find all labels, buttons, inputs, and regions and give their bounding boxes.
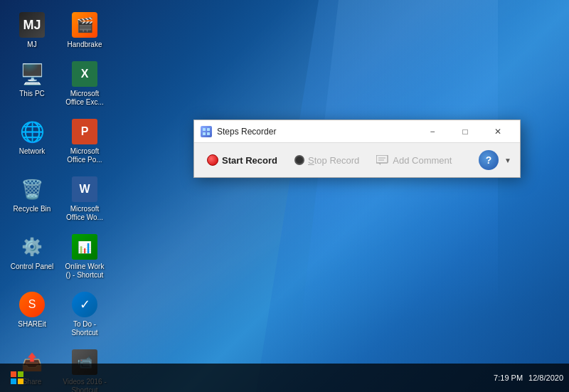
todo-icon: ✓ [71, 291, 98, 318]
icon-row-5: ⚙️ Control Panel 📊 Online Work () - Shor… [7, 229, 110, 284]
desktop-icon-word[interactable]: W Microsoft Office Wo... [60, 171, 110, 226]
desktop-icon-shareit[interactable]: S SHAREit [7, 287, 57, 341]
minimize-button[interactable]: − [416, 120, 449, 143]
comment-icon [376, 155, 389, 166]
taskbar: 7:19 PM 12/8/2020 [0, 364, 569, 392]
svg-rect-4 [376, 155, 388, 163]
svg-rect-3 [207, 132, 210, 135]
desktop-icon-online-work[interactable]: 📊 Online Work () - Shortcut [60, 229, 110, 284]
window-toolbar: Start Record Stop Record Add Comment ? ▼ [194, 143, 520, 177]
recycle-label: Recycle Bin [14, 205, 51, 213]
powerpoint-label: Microsoft Office Po... [63, 147, 107, 164]
desktop-icon-excel[interactable]: X Microsoft Office Exc... [60, 56, 110, 111]
desktop-icon-recycle[interactable]: 🗑️ Recycle Bin [7, 171, 57, 226]
todo-label: To Do - Shortcut [63, 320, 107, 337]
svg-rect-0 [203, 128, 206, 131]
window-titlebar: Steps Recorder − □ ✕ [194, 120, 520, 143]
icon-row-6: S SHAREit ✓ To Do - Shortcut [7, 287, 110, 341]
thispc-icon: 🖥️ [18, 60, 46, 88]
dropdown-button[interactable]: ▼ [501, 150, 514, 170]
steps-recorder-window: Steps Recorder − □ ✕ Start Record Stop R… [193, 120, 521, 178]
add-comment-label: Add Comment [393, 155, 452, 166]
svg-rect-10 [11, 378, 16, 384]
mj-icon: MJ [18, 11, 46, 38]
maximize-button[interactable]: □ [449, 120, 482, 143]
online-work-icon: 📊 [71, 233, 98, 260]
handbrake-label: Handbrake [68, 41, 102, 49]
online-work-label: Online Work () - Shortcut [63, 263, 107, 280]
desktop-icon-mj[interactable]: MJ MJ [7, 7, 57, 53]
desktop-icon-thispc[interactable]: 🖥️ This PC [7, 56, 57, 111]
thispc-label: This PC [19, 90, 45, 98]
record-dot-icon [207, 154, 218, 166]
steps-recorder-icon [200, 125, 213, 138]
icon-row-1: MJ MJ 🎬 Handbrake [7, 7, 110, 53]
desktop-icon-todo[interactable]: ✓ To Do - Shortcut [60, 287, 110, 341]
help-button[interactable]: ? [479, 150, 499, 170]
icon-row-4: 🗑️ Recycle Bin W Microsoft Office Wo... [7, 171, 110, 226]
desktop-icon-control-panel[interactable]: ⚙️ Control Panel [7, 229, 57, 284]
word-icon: W [71, 176, 98, 203]
recycle-icon: 🗑️ [18, 176, 46, 203]
network-icon: 🌐 [18, 118, 46, 145]
word-label: Microsoft Office Wo... [63, 205, 107, 222]
excel-label: Microsoft Office Exc... [63, 90, 107, 107]
add-comment-button[interactable]: Add Comment [369, 151, 459, 170]
stop-square-icon [294, 155, 304, 165]
svg-marker-5 [378, 163, 381, 165]
start-record-button[interactable]: Start Record [200, 150, 284, 170]
svg-rect-2 [203, 132, 206, 135]
svg-rect-8 [11, 371, 16, 377]
shareit-label: SHAREit [18, 320, 46, 329]
window-controls: − □ ✕ [416, 120, 514, 143]
control-panel-label: Control Panel [11, 263, 54, 271]
taskbar-date: 12/8/2020 [528, 374, 563, 382]
icon-row-2: 🖥️ This PC X Microsoft Office Exc... [7, 56, 110, 111]
stop-record-label: Stop Record [308, 155, 359, 166]
taskbar-tray: 7:19 PM 12/8/2020 [494, 374, 569, 382]
svg-rect-9 [18, 371, 23, 377]
mj-label: MJ [27, 41, 36, 49]
window-title: Steps Recorder [217, 127, 416, 137]
desktop-icon-handbrake[interactable]: 🎬 Handbrake [60, 7, 110, 53]
powerpoint-icon: P [71, 118, 98, 145]
start-button[interactable] [0, 364, 34, 392]
icon-row-3: 🌐 Network P Microsoft Office Po... [7, 114, 110, 169]
control-panel-icon: ⚙️ [18, 233, 46, 260]
shareit-icon: S [18, 291, 46, 318]
svg-rect-11 [18, 378, 23, 384]
start-record-label: Start Record [222, 155, 277, 166]
desktop-icon-powerpoint[interactable]: P Microsoft Office Po... [60, 114, 110, 169]
desktop-icon-area: MJ MJ 🎬 Handbrake 🖥️ This PC X [7, 7, 110, 392]
taskbar-time: 7:19 PM [494, 374, 523, 382]
excel-icon: X [71, 60, 98, 88]
windows-logo-icon [11, 371, 23, 384]
stop-record-button[interactable]: Stop Record [287, 151, 366, 170]
svg-rect-1 [207, 128, 210, 131]
handbrake-icon: 🎬 [71, 11, 98, 38]
desktop: MJ MJ 🎬 Handbrake 🖥️ This PC X [0, 0, 569, 392]
close-button[interactable]: ✕ [482, 120, 514, 143]
network-label: Network [19, 147, 46, 156]
desktop-icon-network[interactable]: 🌐 Network [7, 114, 57, 169]
